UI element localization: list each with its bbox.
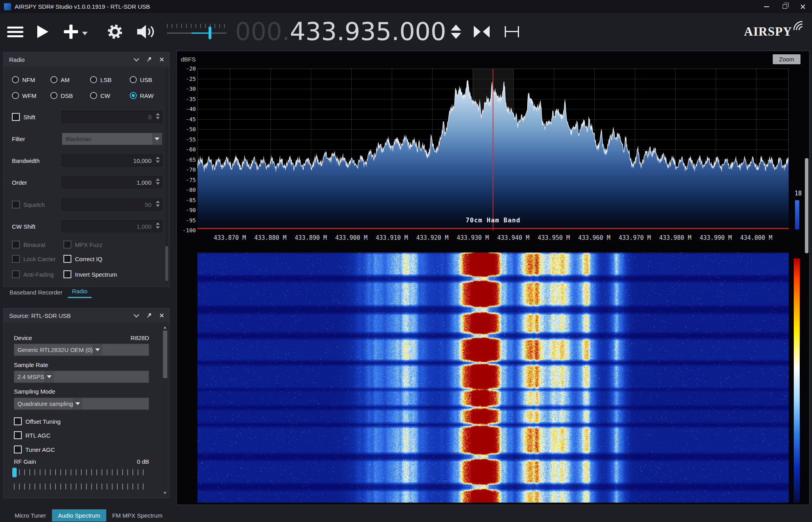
pin-button[interactable] (146, 312, 153, 319)
if-gain-slider[interactable] (14, 484, 147, 489)
spin-up-icon[interactable] (156, 178, 160, 181)
radio-panel-header[interactable]: Radio (4, 52, 169, 67)
shift-spinner[interactable] (156, 113, 160, 119)
scrollbar-thumb[interactable] (163, 331, 167, 378)
spin-down-icon[interactable] (156, 161, 160, 163)
sample-rate-select[interactable]: 2.4 MSPS (14, 371, 149, 383)
mode-option-usb[interactable]: USB (130, 76, 164, 83)
source-panel-header[interactable]: Source: RTL-SDR USB (4, 308, 169, 323)
checkbox-option-mpx-fuzz[interactable]: MPX Fuzz (63, 241, 102, 249)
cw-shift-spinner[interactable] (156, 222, 160, 229)
zoom-button[interactable]: Zoom (773, 54, 801, 64)
frequency-stepper[interactable] (451, 25, 461, 39)
order-spinner[interactable] (156, 178, 160, 185)
band-span-button[interactable] (504, 25, 520, 38)
menu-button[interactable] (7, 27, 23, 37)
checkbox-label: MPX Fuzz (75, 241, 102, 248)
add-dropdown-chevron-icon[interactable] (82, 32, 88, 35)
device-select-button[interactable] (93, 344, 102, 356)
spin-up-icon[interactable] (156, 113, 160, 115)
sampling-mode-select-button[interactable] (73, 398, 82, 409)
mode-option-raw[interactable]: RAW (130, 92, 164, 99)
start-button[interactable] (37, 25, 49, 38)
squelch-input[interactable]: 50 (62, 199, 162, 210)
collapse-button[interactable] (133, 56, 140, 63)
spin-up-icon[interactable] (156, 222, 160, 225)
scroll-down-icon[interactable] (163, 492, 167, 494)
spectrum-canvas[interactable] (197, 69, 789, 230)
dock-tab-radio[interactable]: Radio (68, 286, 91, 298)
spin-down-icon[interactable] (156, 182, 160, 185)
close-button[interactable] (794, 0, 812, 13)
checkbox-option-invert-spectrum[interactable]: Invert Spectrum (63, 270, 117, 278)
collapse-button[interactable] (133, 312, 140, 319)
cw-shift-input[interactable]: 1,000 (62, 220, 162, 232)
squelch-checkbox[interactable] (12, 201, 20, 208)
waterfall-canvas[interactable] (197, 252, 789, 503)
checkbox-option-offset-tuning[interactable]: Offset Tuning (14, 417, 61, 425)
bandwidth-spinner[interactable] (156, 157, 160, 163)
spin-up-icon[interactable] (156, 201, 160, 203)
checkbox-option-tuner-agc[interactable]: Tuner AGC (14, 446, 55, 453)
mode-option-dsb[interactable]: DSB (50, 92, 90, 99)
rf-gain-slider[interactable] (14, 469, 147, 475)
volume-thumb[interactable] (209, 27, 211, 39)
device-select[interactable]: Generic RTL2832U OEM (0) (14, 344, 149, 356)
checkbox-label: Lock Carrier (23, 256, 56, 262)
bottom-tab-micro-tuner[interactable]: Micro Tuner (9, 509, 52, 522)
mode-option-cw[interactable]: CW (90, 92, 130, 99)
chevron-down-icon (134, 56, 139, 61)
frequency-display[interactable]: 000.433.935.000 (235, 19, 446, 44)
shift-input[interactable]: 0 (62, 111, 162, 123)
checkbox-option-rtl-agc[interactable]: RTL AGC (14, 431, 50, 439)
mode-option-am[interactable]: AM (50, 76, 90, 83)
snap-center-button[interactable] (473, 25, 490, 39)
mode-option-lsb[interactable]: LSB (90, 76, 130, 83)
dock-tab-baseband-recorder[interactable]: Baseband Recorder (6, 287, 66, 298)
checkbox-option-lock-carrier[interactable]: Lock Carrier (12, 255, 56, 263)
spin-down-icon[interactable] (156, 226, 160, 229)
bandwidth-input[interactable]: 10,000 (62, 155, 162, 166)
source-panel-scrollbar[interactable] (163, 325, 168, 495)
settings-button[interactable] (106, 23, 124, 41)
add-button[interactable] (64, 25, 78, 39)
radio-panel-scrollbar[interactable] (165, 68, 168, 283)
sampling-mode-select[interactable]: Quadrature sampling (14, 398, 149, 410)
checkbox-icon (63, 255, 71, 263)
volume-slider[interactable] (167, 23, 226, 40)
spin-down-icon[interactable] (156, 117, 160, 119)
scrollbar-thumb[interactable] (165, 246, 168, 281)
spin-up-icon[interactable] (156, 157, 160, 159)
frequency-down-icon[interactable] (451, 33, 461, 39)
sample-rate-label: Sample Rate (14, 361, 48, 368)
shift-checkbox[interactable] (12, 113, 20, 121)
checkbox-option-binaural[interactable]: Binaural (12, 241, 45, 249)
bottom-tab-audio-spectrum[interactable]: Audio Spectrum (52, 509, 106, 522)
scroll-up-icon[interactable] (163, 326, 167, 329)
pin-button[interactable] (146, 56, 153, 63)
filter-select-button[interactable] (152, 133, 162, 145)
mode-option-wfm[interactable]: WFM (12, 92, 50, 99)
sample-rate-select-button[interactable] (44, 371, 54, 382)
mute-button[interactable] (136, 23, 156, 40)
spin-down-icon[interactable] (156, 205, 160, 207)
squelch-spinner[interactable] (156, 201, 160, 207)
maximize-button[interactable] (776, 0, 794, 13)
mode-option-nfm[interactable]: NFM (12, 76, 50, 83)
checkbox-option-anti-fading[interactable]: Anti-Fading (12, 270, 54, 278)
x-tick-label: 433.940 M (494, 234, 533, 241)
bottom-tab-fm-mpx-spectrum[interactable]: FM MPX Spectrum (106, 509, 169, 522)
checkbox-option-correct-iq[interactable]: Correct IQ (63, 255, 102, 263)
chevron-down-icon (47, 375, 52, 378)
main-scrollbar-thumb[interactable] (805, 158, 808, 253)
filter-select[interactable]: Blackman (62, 133, 162, 145)
waterfall-colorbar[interactable] (794, 258, 800, 503)
close-panel-button[interactable] (158, 312, 165, 319)
close-panel-button[interactable] (158, 56, 165, 63)
spectrum-range-slider[interactable] (795, 200, 799, 229)
frequency-up-icon[interactable] (451, 25, 461, 31)
minimize-button[interactable] (757, 0, 776, 13)
rf-gain-thumb[interactable] (12, 468, 17, 477)
checkbox-label: Invert Spectrum (75, 271, 117, 278)
order-input[interactable]: 1,000 (62, 176, 162, 188)
